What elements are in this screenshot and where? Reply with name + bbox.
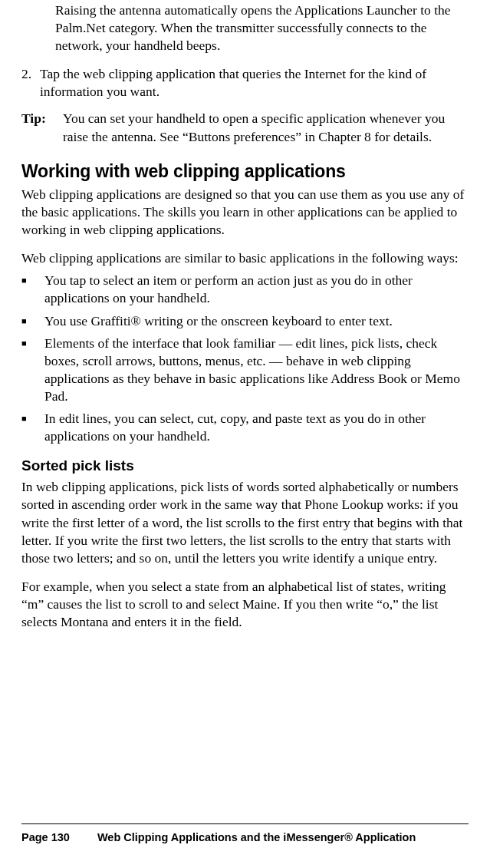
bullet-icon: ■ xyxy=(21,312,44,330)
bullet-text: You tap to select an item or perform an … xyxy=(44,272,469,307)
step-2: 2. Tap the web clipping application that… xyxy=(21,65,469,101)
list-item: ■ You use Graffiti® writing or the onscr… xyxy=(21,312,469,330)
bullet-icon: ■ xyxy=(21,410,44,445)
page-content: Raising the antenna automatically opens … xyxy=(21,2,469,631)
paragraph-1: Web clipping applications are designed s… xyxy=(21,186,469,239)
bullet-text: Elements of the interface that look fami… xyxy=(44,335,469,405)
intro-paragraph: Raising the antenna automatically opens … xyxy=(55,2,469,54)
bullet-list: ■ You tap to select an item or perform a… xyxy=(21,272,469,445)
bullet-text: In edit lines, you can select, cut, copy… xyxy=(44,410,469,445)
bullet-icon: ■ xyxy=(21,272,44,307)
step-number: 2. xyxy=(21,65,40,101)
page-footer: Page 130 Web Clipping Applications and t… xyxy=(21,823,469,845)
list-item: ■ You tap to select an item or perform a… xyxy=(21,272,469,307)
paragraph-4: For example, when you select a state fro… xyxy=(21,578,469,631)
paragraph-3: In web clipping applications, pick lists… xyxy=(21,478,469,566)
heading-sorted-pick-lists: Sorted pick lists xyxy=(21,456,469,475)
heading-working-with: Working with web clipping applications xyxy=(21,160,469,183)
bullet-icon: ■ xyxy=(21,335,44,405)
footer-chapter-title: Web Clipping Applications and the iMesse… xyxy=(97,830,416,845)
list-item: ■ Elements of the interface that look fa… xyxy=(21,335,469,405)
tip-block: Tip: You can set your handheld to open a… xyxy=(21,110,469,145)
paragraph-2: Web clipping applications are similar to… xyxy=(21,249,469,267)
bullet-text: You use Graffiti® writing or the onscree… xyxy=(44,312,469,330)
tip-text: You can set your handheld to open a spec… xyxy=(63,110,469,145)
footer-page-number: Page 130 xyxy=(21,830,70,845)
tip-label: Tip: xyxy=(21,110,63,145)
list-item: ■ In edit lines, you can select, cut, co… xyxy=(21,410,469,445)
step-text: Tap the web clipping application that qu… xyxy=(40,65,469,101)
